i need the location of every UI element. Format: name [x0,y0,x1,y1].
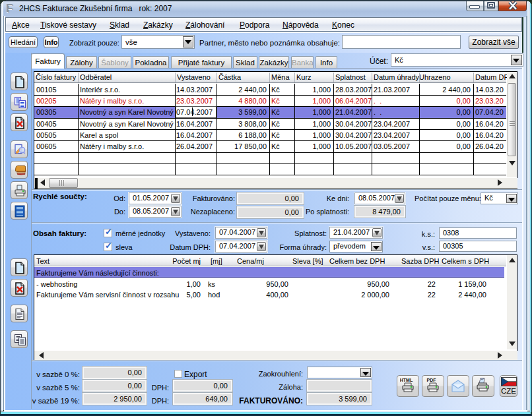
svg-text:PDF: PDF [427,378,437,382]
svg-text:HTML: HTML [400,378,413,382]
